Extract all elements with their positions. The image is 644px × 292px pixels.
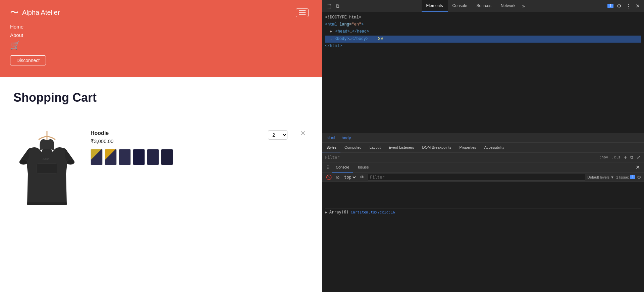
color-swatch-4[interactable] — [133, 149, 145, 165]
nav-about[interactable]: About — [10, 32, 309, 38]
console-settings-button[interactable]: ⚙ — [637, 175, 641, 180]
close-console-button[interactable]: ✕ — [634, 164, 641, 171]
console-context-select[interactable]: top — [343, 175, 357, 180]
console-clear-button[interactable]: 🚫 — [325, 174, 333, 180]
cart-divider — [13, 115, 309, 115]
cart-icon-wrap: 🛒 — [10, 41, 309, 50]
svg-point-3 — [66, 160, 74, 164]
svg-rect-4 — [27, 202, 67, 205]
more-tabs-button[interactable]: » — [520, 0, 527, 12]
devtools-badge: 1 — [607, 4, 613, 8]
quantity-wrap: 1 2 3 4 5 — [268, 129, 287, 140]
devtools-tabs: Elements Console Sources Network » — [422, 0, 527, 12]
svg-point-2 — [19, 160, 28, 164]
customize-button[interactable]: ⋮ — [625, 2, 632, 10]
style-tab-event-listeners[interactable]: Event Listeners — [385, 143, 418, 152]
color-swatch-1[interactable] — [91, 149, 103, 165]
product-name: Hoodie — [91, 130, 258, 136]
console-log-link[interactable]: CartItem.tsx?cc1c:16 — [351, 210, 395, 214]
html-close-line: </html> — [325, 43, 641, 50]
html-open-line: <html lang="en"> — [325, 21, 641, 28]
device-mode-button[interactable]: ⧉ — [334, 2, 341, 10]
console-filter-input[interactable] — [368, 174, 585, 181]
head-line[interactable]: ▶ <head>…</head> — [325, 28, 641, 35]
page-title: Shopping Cart — [13, 91, 309, 105]
disconnect-button[interactable]: Disconnect — [10, 55, 46, 65]
nav-home[interactable]: Home — [10, 24, 309, 30]
hamburger-button[interactable] — [296, 8, 309, 17]
settings-button[interactable]: ⚙ — [615, 2, 623, 10]
console-tab-console[interactable]: Console — [332, 162, 353, 173]
product-price: ₹3,000.00 — [91, 138, 258, 144]
issue-count: 1 — [630, 175, 635, 179]
console-toolbar: 🚫 ⊘ top 👁 Default levels ▼ 1 Issue: 1 ⚙ — [322, 173, 644, 182]
site-header: 〜 Alpha Atelier Home About 🛒 Disconnect — [0, 0, 322, 77]
tab-elements[interactable]: Elements — [422, 0, 448, 12]
style-tab-computed[interactable]: Computed — [340, 143, 366, 152]
elements-panel: <!DOCTYPE html> <html lang="en"> ▶ <head… — [322, 12, 644, 133]
console-block-button[interactable]: ⊘ — [335, 174, 341, 180]
logo-area: 〜 Alpha Atelier — [10, 7, 60, 18]
issue-badge-button[interactable]: 1 Issue: 1 — [616, 175, 635, 179]
site-nav: Home About — [10, 24, 309, 38]
console-tabs-bar: ⠿ Console Issues ✕ — [322, 162, 644, 173]
style-tab-styles[interactable]: Styles — [322, 143, 340, 152]
cart-item: ALPHA Hoodie ₹3,000.00 — [13, 125, 309, 216]
site-main: Shopping Cart — [0, 77, 322, 229]
style-tab-properties[interactable]: Properties — [455, 143, 480, 152]
style-tab-dom-breakpoints[interactable]: DOM Breakpoints — [418, 143, 455, 152]
devtools-titlebar: ⬚ ⧉ Elements Console Sources Network » 1… — [322, 0, 644, 12]
tab-network[interactable]: Network — [496, 0, 520, 12]
tab-sources[interactable]: Sources — [472, 0, 496, 12]
devtools-panel: ⬚ ⧉ Elements Console Sources Network » 1… — [322, 0, 644, 292]
quantity-select[interactable]: 1 2 3 4 5 — [268, 130, 287, 140]
drag-handle: ⠿ — [325, 162, 331, 173]
eye-button[interactable]: 👁 — [359, 174, 366, 180]
style-tabs: Styles Computed Layout Event Listeners D… — [322, 143, 644, 153]
console-tab-issues[interactable]: Issues — [354, 162, 373, 173]
console-body: ▶ Array(6) CartItem.tsx?cc1c:16 — [322, 182, 644, 216]
product-details: Hoodie ₹3,000.00 — [91, 129, 258, 165]
website-panel: 〜 Alpha Atelier Home About 🛒 Disconnect … — [0, 0, 322, 292]
body-line[interactable]: … <body>…</body> == $0 — [325, 36, 641, 43]
product-image: ALPHA — [13, 129, 80, 212]
cart-icon[interactable]: 🛒 — [10, 41, 20, 50]
styles-filter-input[interactable] — [325, 155, 596, 160]
color-swatch-3[interactable] — [119, 149, 131, 165]
style-tab-accessibility[interactable]: Accessibility — [480, 143, 508, 152]
svg-text:ALPHA: ALPHA — [43, 158, 49, 160]
breadcrumb-body[interactable]: body — [340, 135, 353, 141]
doctype-line: <!DOCTYPE html> — [325, 14, 641, 21]
color-swatch-5[interactable] — [147, 149, 159, 165]
color-swatch-2[interactable] — [105, 149, 117, 165]
style-tab-layout[interactable]: Layout — [366, 143, 385, 152]
inspect-element-button[interactable]: ⬚ — [325, 2, 332, 10]
color-swatch-6[interactable] — [161, 149, 173, 165]
devtools-bottom: html body Styles Computed Layout Event L… — [322, 133, 644, 216]
cls-button[interactable]: .cls — [610, 155, 622, 160]
close-devtools-button[interactable]: ✕ — [634, 2, 641, 10]
default-levels-button[interactable]: Default levels ▼ — [587, 175, 614, 179]
tab-console[interactable]: Console — [448, 0, 472, 12]
breadcrumb-html[interactable]: html — [325, 135, 337, 141]
devtools-tools: ⬚ ⧉ — [325, 2, 341, 10]
hoodie-svg: ALPHA — [15, 130, 79, 211]
console-panel: ⠿ Console Issues ✕ 🚫 ⊘ top 👁 Default lev — [322, 162, 644, 216]
add-style-button[interactable]: + — [623, 154, 628, 160]
color-swatches — [91, 149, 258, 165]
logo-text: Alpha Atelier — [22, 9, 60, 16]
console-log-text: Array(6) — [329, 210, 349, 214]
console-log-entry: ▶ Array(6) CartItem.tsx?cc1c:16 — [325, 208, 641, 214]
element-breadcrumb: html body — [322, 133, 644, 143]
remove-button[interactable]: ✕ — [298, 129, 309, 138]
new-style-button[interactable]: ⧉ — [629, 155, 634, 160]
svg-rect-1 — [37, 164, 57, 173]
styles-filter-bar: :hov .cls + ⧉ ⤢ — [322, 153, 644, 162]
console-log-arrow: ▶ — [325, 210, 327, 214]
logo-icon: 〜 — [10, 7, 19, 18]
devtools-title-right: 1 ⚙ ⋮ ✕ — [607, 2, 641, 10]
expand-button[interactable]: ⤢ — [636, 155, 641, 160]
hov-button[interactable]: :hov — [598, 155, 609, 160]
